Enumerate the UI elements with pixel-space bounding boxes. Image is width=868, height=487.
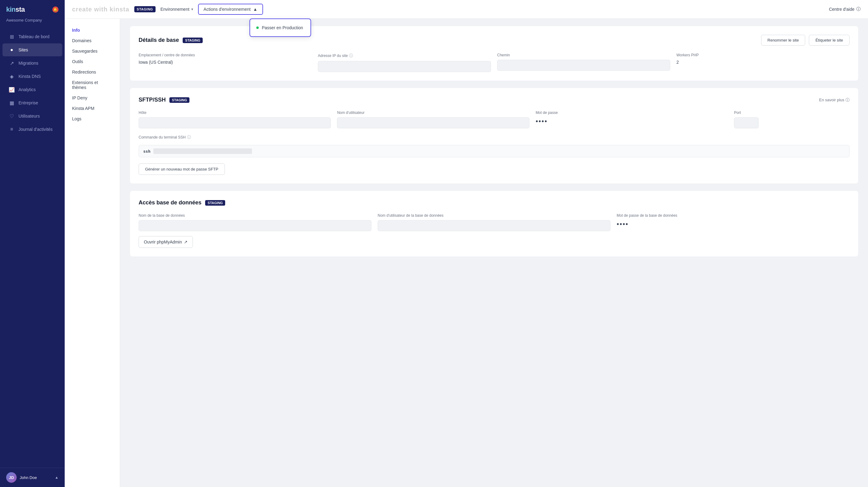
sidebar-item-label: Utilisateurs [19,113,40,119]
sftp-password-dots: •••• [536,117,728,125]
sidebar-item-analytics[interactable]: 📈 Analytics [2,83,62,96]
logo: kinsta [6,5,25,13]
db-user-label: Nom d'utilisateur de la base de données [378,213,611,218]
workers-label: Workers PHP [676,53,849,57]
sidebar-item-migrations[interactable]: ↗ Migrations [2,57,62,70]
port-value-blurred [734,117,758,128]
subnav-item-kinsta-apm[interactable]: Kinsta APM [65,103,120,113]
ssh-cmd-label: Commande du terminal SSH ⓘ [138,134,849,140]
env-label: Environnement [160,7,189,12]
help-icon: ⓘ [856,6,861,12]
basic-staging-badge: STAGING [183,38,203,43]
generate-password-button[interactable]: Générer un nouveau mot de passe SFTP [138,163,225,175]
site-title: create with kinsta [72,6,129,13]
env-staging-badge: STAGING [134,6,156,12]
content-area: Info Domaines Sauvegardes Outils Redirec… [65,19,868,487]
sidebar-item-dns[interactable]: ◈ Kinsta DNS [2,70,62,83]
sidebar-item-tableau[interactable]: ⊞ Tableau de bord [2,30,62,43]
actions-button[interactable]: Actions d'environnement ▲ [198,4,263,15]
ip-label: Adresse IP du site ⓘ [318,53,491,59]
sidebar-footer: JD John Doe ▲ [0,467,65,487]
sidebar: kinsta 🔔 Awesome Company ⊞ Tableau de bo… [0,0,65,487]
sidebar-item-label: Kinsta DNS [19,74,41,79]
ip-value-blurred [318,61,491,72]
dropdown-item-production[interactable]: Passer en Production [250,22,310,34]
notification-bell[interactable]: 🔔 [52,6,59,12]
host-label: Hôte [138,110,331,115]
dropdown-item-label: Passer en Production [262,25,303,30]
chevron-up-icon: ▲ [253,7,257,12]
basic-details-header: Détails de base STAGING Renommer le site… [138,35,849,45]
database-title-row: Accès base de données STAGING [138,199,225,206]
phpmyadmin-button[interactable]: Ouvrir phpMyAdmin ↗ [138,236,193,248]
label-site-button[interactable]: Étiqueter le site [809,35,849,45]
subnav-item-domaines[interactable]: Domaines [65,35,120,46]
database-header: Accès base de données STAGING [138,199,849,206]
sidebar-item-journal[interactable]: ≡ Journal d'activités [2,123,62,136]
db-name-blurred [138,220,371,231]
subnav-item-extensions[interactable]: Extensions et thèmes [65,77,120,93]
port-field: Port [734,110,849,128]
chevron-down-icon: ▾ [191,7,193,11]
sftp-title: SFTP/SSH [138,97,166,103]
subnav-item-outils[interactable]: Outils [65,56,120,67]
sidebar-item-label: Journal d'activités [19,127,53,132]
location-label: Emplacement / centre de données [138,53,312,57]
sidebar-item-utilisateurs[interactable]: ♡ Utilisateurs [2,109,62,123]
sidebar-item-entreprise[interactable]: ▦ Entreprise [2,96,62,109]
analytics-icon: 📈 [9,87,15,93]
sftp-section: SFTP/SSH STAGING En savoir plus ⓘ Hôte N… [130,88,858,184]
db-password-dots: •••• [617,220,849,228]
user-name: John Doe [20,475,37,480]
sftp-password-field: Mot de passe •••• [536,110,728,128]
basic-details-title-row: Détails de base STAGING [138,37,203,43]
chevron-up-icon: ▲ [55,475,59,480]
path-field: Chemin [497,53,670,72]
database-title: Accès base de données [138,199,202,206]
basic-details-actions: Renommer le site Étiqueter le site [761,35,849,45]
learn-more-link[interactable]: En savoir plus ⓘ [819,97,849,103]
host-field: Hôte [138,110,331,128]
ip-info-icon[interactable]: ⓘ [349,53,353,59]
page-content: Détails de base STAGING Renommer le site… [120,19,868,487]
subnav-item-logs[interactable]: Logs [65,113,120,124]
db-user-blurred [378,220,611,231]
sidebar-item-label: Migrations [19,61,38,66]
dns-icon: ◈ [9,73,15,79]
sites-icon: ● [9,47,15,53]
subnav-item-redirections[interactable]: Redirections [65,67,120,77]
green-dot-icon [256,27,259,29]
subnav-item-ip-deny[interactable]: IP Deny [65,93,120,103]
location-value: Iowa (US Central) [138,60,312,65]
ssh-info-icon[interactable]: ⓘ [187,134,191,140]
external-link-icon: ↗ [184,239,188,245]
rename-site-button[interactable]: Renommer le site [761,35,805,45]
sftp-fields: Hôte Nom d'utilisateur Mot de passe ••••… [138,110,849,128]
db-password-label: Mot de passe de la base de données [617,213,849,218]
basic-details-fields: Emplacement / centre de données Iowa (US… [138,53,849,72]
path-label: Chemin [497,53,670,57]
location-field: Emplacement / centre de données Iowa (US… [138,53,312,72]
port-label: Port [734,110,849,115]
workers-field: Workers PHP 2 [676,53,849,72]
company-name: Awesome Company [0,17,65,27]
sidebar-item-label: Entreprise [19,100,38,105]
dashboard-icon: ⊞ [9,34,15,40]
workers-value: 2 [676,60,849,65]
subnav-item-sauvegardes[interactable]: Sauvegardes [65,46,120,56]
ssh-keyword: ssh [143,149,150,154]
sftp-username-blurred [337,117,529,128]
db-user-field: Nom d'utilisateur de la base de données [378,213,611,231]
env-selector[interactable]: Environnement ▾ [160,7,193,12]
subnav-item-info[interactable]: Info [65,25,120,35]
env-dropdown: Passer en Production [249,19,311,37]
topbar: create with kinsta STAGING Environnement… [65,0,868,19]
sftp-header: SFTP/SSH STAGING En savoir plus ⓘ [138,97,849,103]
phpmyadmin-label: Ouvrir phpMyAdmin [144,239,182,245]
sidebar-item-sites[interactable]: ● Sites [2,43,62,56]
sidebar-nav: ⊞ Tableau de bord ● Sites ↗ Migrations ◈… [0,27,65,467]
sftp-staging-badge: STAGING [169,97,189,103]
help-link[interactable]: Centre d'aide ⓘ [829,6,861,12]
db-name-label: Nom de la base de données [138,213,371,218]
user-info[interactable]: JD John Doe [6,472,37,483]
